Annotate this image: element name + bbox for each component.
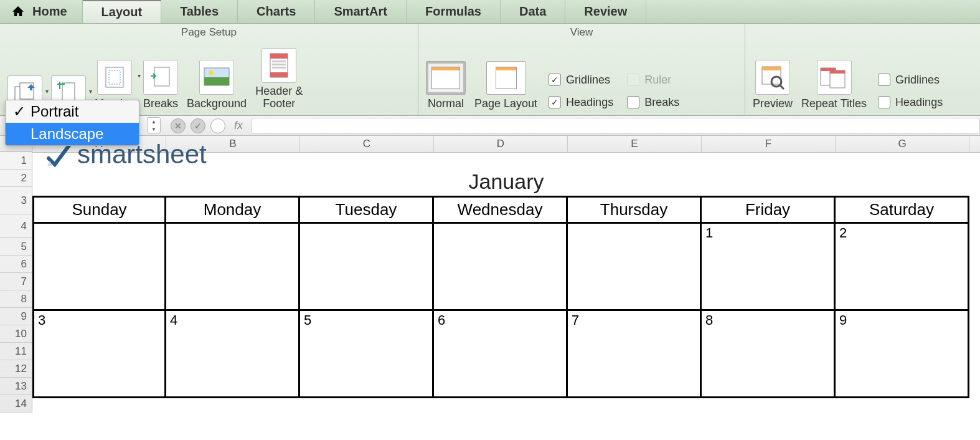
calendar-day[interactable]: 3: [32, 311, 166, 398]
row-header[interactable]: 8: [0, 290, 32, 308]
tab-review[interactable]: Review: [565, 0, 646, 23]
checkbox-icon: [878, 74, 890, 86]
ruler-label: Ruler: [644, 74, 671, 87]
calendar-day[interactable]: [300, 224, 434, 311]
repeat-titles-button[interactable]: Repeat Titles: [801, 60, 867, 112]
grid[interactable]: A B C D E F G smartsheet January Sunday …: [32, 136, 980, 413]
repeat-titles-icon: [817, 60, 852, 95]
view-normal-label: Normal: [428, 97, 464, 110]
group-page-setup-title: Page Setup: [7, 26, 410, 40]
ribbon: Page Setup ▾ ▾ ▾ Margins: [0, 24, 980, 116]
column-header[interactable]: F: [702, 136, 836, 152]
row-header[interactable]: 12: [0, 360, 32, 378]
row-header[interactable]: 14: [0, 395, 32, 413]
print-gridlines-checkbox[interactable]: Gridlines: [878, 70, 943, 89]
header-footer-button[interactable]: Header & Footer: [255, 48, 303, 112]
column-header[interactable]: C: [300, 136, 434, 152]
calendar-day[interactable]: [434, 224, 568, 311]
row-header[interactable]: 5: [0, 238, 32, 256]
row-header[interactable]: 10: [0, 325, 32, 343]
svg-rect-22: [830, 70, 845, 74]
checkbox-icon: [627, 96, 639, 108]
row-header[interactable]: 11: [0, 343, 32, 360]
column-header[interactable]: D: [434, 136, 568, 152]
gridlines-checkbox[interactable]: Gridlines: [549, 70, 613, 89]
calendar-day[interactable]: 9: [836, 311, 969, 398]
column-header[interactable]: E: [568, 136, 702, 152]
calendar-day[interactable]: 8: [702, 311, 836, 398]
row-header[interactable]: 4: [0, 214, 32, 238]
print-gridlines-label: Gridlines: [895, 74, 940, 87]
print-headings-label: Headings: [895, 96, 943, 109]
calendar-day[interactable]: 2: [836, 224, 969, 311]
row-header[interactable]: 9: [0, 308, 32, 325]
chevron-down-icon: ▾: [89, 88, 92, 95]
cancel-icon[interactable]: ✕: [171, 118, 186, 133]
calendar-day[interactable]: [568, 224, 702, 311]
checkbox-icon: [549, 96, 561, 108]
weekday-header: Tuesday: [300, 198, 434, 224]
breaks-button[interactable]: Breaks: [143, 60, 178, 112]
tab-smartart[interactable]: SmartArt: [315, 0, 407, 23]
fx-label: fx: [230, 119, 247, 132]
column-header[interactable]: G: [836, 136, 969, 152]
group-view-title: View: [426, 26, 737, 40]
accept-icon[interactable]: ✓: [191, 118, 205, 133]
calendar-day[interactable]: [166, 224, 300, 311]
view-normal-button[interactable]: Normal: [426, 61, 466, 112]
calendar-day[interactable]: 7: [568, 311, 702, 398]
group-view: View Normal Page Layout Gridlines Headin…: [418, 24, 745, 115]
view-normal-icon: [426, 61, 466, 95]
calendar-header-row: Sunday Monday Tuesday Wednesday Thursday…: [32, 198, 969, 224]
calendar-day[interactable]: 4: [166, 311, 300, 398]
view-page-layout-button[interactable]: Page Layout: [474, 61, 537, 112]
background-button[interactable]: Background: [187, 60, 247, 112]
headings-label: Headings: [566, 96, 613, 109]
view-breaks-checkbox[interactable]: Breaks: [627, 93, 679, 112]
row-header[interactable]: 13: [0, 378, 32, 395]
formula-bar-stepper[interactable]: ▲▼: [147, 117, 161, 133]
tab-formulas[interactable]: Formulas: [407, 0, 501, 23]
group-print: Preview Repeat Titles Gridlines Headings: [745, 24, 980, 115]
svg-line-18: [780, 85, 784, 89]
tab-tables[interactable]: Tables: [161, 0, 238, 23]
fx-icon[interactable]: [210, 118, 225, 133]
background-label: Background: [187, 97, 247, 110]
tab-charts[interactable]: Charts: [238, 0, 315, 23]
row-header[interactable]: 7: [0, 273, 32, 290]
preview-button[interactable]: Preview: [753, 60, 793, 112]
svg-rect-2: [62, 83, 75, 102]
month-title: January: [32, 170, 980, 194]
row-header[interactable]: 3: [0, 187, 32, 214]
print-headings-checkbox[interactable]: Headings: [878, 93, 943, 112]
background-icon: [199, 60, 234, 95]
row-header[interactable]: 2: [0, 170, 32, 187]
tab-home[interactable]: Home: [0, 0, 83, 23]
tab-data[interactable]: Data: [501, 0, 565, 23]
orientation-landscape-item[interactable]: Landscape: [6, 123, 139, 145]
weekday-header: Monday: [166, 198, 300, 224]
svg-rect-10: [270, 54, 288, 59]
calendar-day[interactable]: 5: [300, 311, 434, 398]
svg-rect-13: [272, 64, 286, 65]
chevron-down-icon: ▾: [138, 72, 141, 79]
headings-checkbox[interactable]: Headings: [549, 93, 613, 112]
view-breaks-label: Breaks: [644, 96, 679, 109]
svg-rect-11: [270, 72, 288, 77]
calendar-day[interactable]: 6: [434, 311, 568, 398]
row-header[interactable]: 6: [0, 256, 32, 273]
weekday-header: Sunday: [32, 198, 166, 224]
chevron-down-icon: ▾: [45, 88, 49, 95]
formula-input[interactable]: [252, 118, 980, 134]
calendar-day[interactable]: 1: [702, 224, 836, 311]
ribbon-tabs: Home Layout Tables Charts SmartArt Formu…: [0, 0, 980, 24]
row-header[interactable]: 1: [0, 152, 32, 170]
calendar-week: 1 2: [32, 224, 969, 311]
orientation-dropdown: Portrait Landscape: [5, 100, 139, 146]
calendar-day[interactable]: [32, 224, 166, 311]
preview-icon: [755, 60, 790, 95]
svg-point-8: [209, 70, 214, 75]
tab-layout[interactable]: Layout: [83, 0, 162, 23]
weekday-header: Thursday: [568, 198, 702, 224]
orientation-portrait-item[interactable]: Portrait: [6, 100, 139, 123]
